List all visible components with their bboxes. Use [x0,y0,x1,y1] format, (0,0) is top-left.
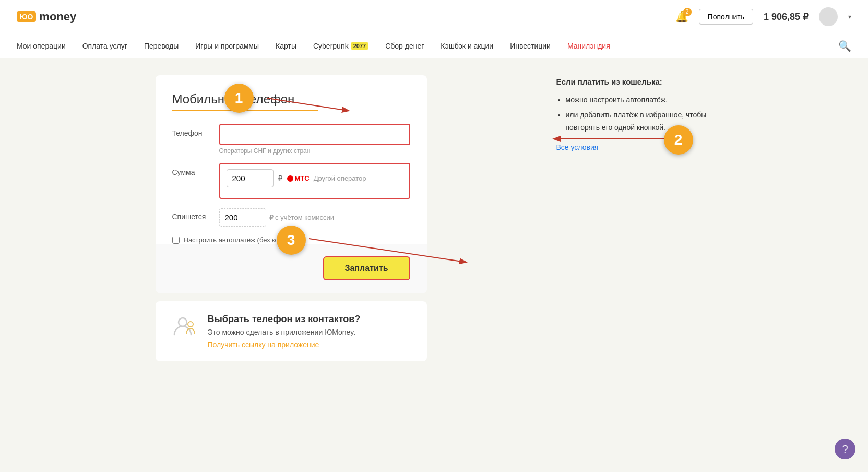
annotation-2: 2 [664,125,693,155]
nav-item-collect[interactable]: Сбор денег [385,42,424,50]
nav-item-games[interactable]: Игры и программы [195,42,259,50]
sidebar-bullet-2: или добавить платёж в избранное, чтобы п… [566,109,713,134]
contacts-description: Это можно сделать в приложении ЮMoney. [208,328,361,336]
bell-button[interactable]: 🔔 2 [675,10,688,23]
form-title: Мобильный телефон [172,92,410,107]
contacts-text: Выбрать телефон из контактов? Это можно … [208,314,361,349]
nav-item-cards[interactable]: Карты [276,42,296,50]
contacts-app-link[interactable]: Получить ссылку на приложение [208,340,319,349]
main-content: 1 2 3 Мобильный телефон Телефон [147,58,721,378]
deduct-label: Спишется [172,207,219,221]
logo-text: money [39,10,76,23]
phone-input-wrap: Операторы СНГ и других стран [219,124,410,155]
annotation-3: 3 [277,226,306,255]
search-icon[interactable]: 🔍 [838,40,851,52]
nav-item-operations[interactable]: Мои операции [17,42,66,50]
operator-row: МТС Другой оператор [287,174,366,182]
contacts-title: Выбрать телефон из контактов? [208,314,361,325]
sidebar: Если платить из кошелька: можно настроит… [556,75,713,361]
deduct-hint: ₽ с учётом комиссии [269,214,335,221]
phone-label: Телефон [172,124,219,137]
form-card: Мобильный телефон Телефон Операторы СНГ … [156,75,427,293]
currency-label: ₽ [278,174,283,183]
deduct-inner-row: ₽ с учётом комиссии [219,208,410,227]
balance-display: 1 906,85 ₽ [764,11,808,22]
nav-item-invest[interactable]: Инвестиции [510,42,551,50]
cyberpunk-badge: 2077 [351,42,368,50]
bell-badge: 2 [683,8,692,16]
contacts-card: Выбрать телефон из контактов? Это можно … [156,301,427,361]
logo-icon: ЮО [17,11,36,22]
chevron-down-icon[interactable]: ▾ [848,13,851,20]
header: ЮО money 🔔 2 Пополнить 1 906,85 ₽ ▾ [0,0,868,33]
nav-item-services[interactable]: Оплата услуг [82,42,127,50]
svg-point-3 [179,318,187,326]
mts-logo: МТС [287,174,310,182]
deduct-input[interactable] [219,208,266,227]
amount-row-outer: Сумма ₽ МТС Другой оператор [172,163,410,199]
nav-item-cyberpunk[interactable]: Cyberpunk 2077 [313,42,368,50]
deduct-row: Спишется ₽ с учётом комиссии [172,207,410,227]
mts-dot [287,175,293,182]
header-right: 🔔 2 Пополнить 1 906,85 ₽ ▾ [675,7,851,26]
replenish-button[interactable]: Пополнить [699,9,753,25]
annotation-1: 1 [224,84,254,113]
main-nav: Мои операции Оплата услуг Переводы Игры … [0,33,868,58]
phone-input[interactable] [219,124,410,145]
sidebar-title: Если платить из кошелька: [556,75,713,89]
autopay-checkbox[interactable] [172,237,180,244]
svg-point-4 [188,322,193,327]
contacts-icon [172,314,197,344]
mts-name: МТС [295,174,310,182]
nav-item-manilandia[interactable]: Манилэндия [567,42,610,50]
pay-button[interactable]: Заплатить [323,256,410,280]
nav-item-cashback[interactable]: Кэшбэк и акции [441,42,493,50]
sidebar-conditions-link[interactable]: Все условия [556,143,599,151]
operator-section-inner: ₽ МТС Другой оператор [219,163,410,199]
amount-label: Сумма [172,163,219,176]
sidebar-bullet-1: можно настроить автоплатёж, [566,94,713,107]
deduct-input-wrap: ₽ с учётом комиссии [219,207,410,227]
logo[interactable]: ЮО money [17,10,76,23]
phone-hint: Операторы СНГ и других стран [219,147,410,155]
nav-item-transfers[interactable]: Переводы [144,42,179,50]
other-operator-link[interactable]: Другой оператор [314,174,366,182]
operator-section: ₽ МТС Другой оператор [219,163,410,199]
amount-input[interactable] [227,169,274,187]
avatar[interactable] [819,7,838,26]
cards-wrap: Мобильный телефон Телефон Операторы СНГ … [156,75,536,361]
amount-input-row: ₽ МТС Другой оператор [227,169,403,187]
phone-row: Телефон Операторы СНГ и других стран [172,124,410,155]
